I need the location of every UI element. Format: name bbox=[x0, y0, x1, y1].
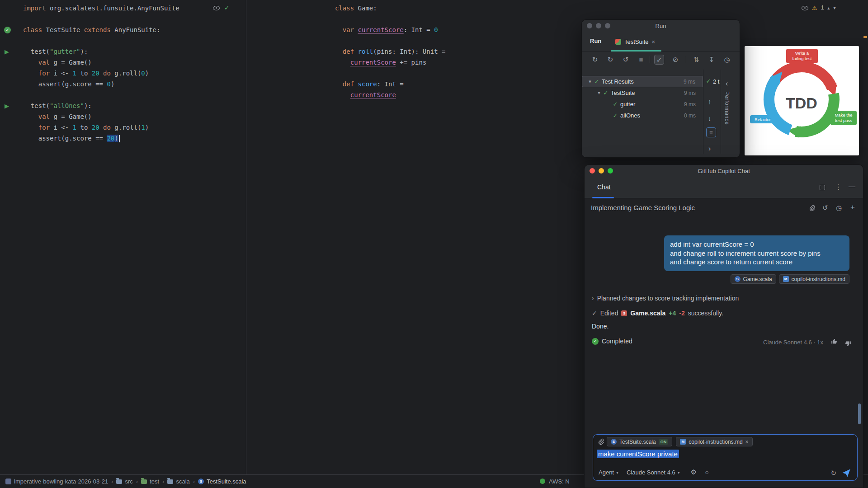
zoom-window-button[interactable] bbox=[605, 23, 610, 28]
prev-problem-icon[interactable]: ▴ bbox=[827, 5, 830, 10]
run-tab-bar: Run TestSuite × bbox=[582, 32, 740, 52]
zoom-window-button[interactable] bbox=[608, 168, 613, 174]
model-selector[interactable]: Claude Sonnet 4.6 bbox=[627, 469, 675, 476]
tab-performance[interactable]: Performance bbox=[724, 91, 730, 125]
next-test-icon[interactable]: ↓ bbox=[708, 114, 712, 122]
aws-status-text[interactable]: AWS: N bbox=[549, 478, 570, 485]
gutter-tests-passed-icon[interactable]: ✓ bbox=[4, 27, 11, 33]
tree-row-gutter[interactable]: ✓ gutter 9 ms bbox=[582, 99, 703, 110]
context-chip-label: copilot-instructions.md bbox=[689, 439, 742, 445]
code-testsuite[interactable]: import org.scalatest.funsuite.AnyFunSuit… bbox=[23, 3, 179, 144]
breadcrumb-file[interactable]: S TestSuite.scala bbox=[198, 478, 246, 485]
toolbar-separator bbox=[650, 56, 650, 63]
chat-input-text[interactable]: make currentScore private bbox=[597, 450, 679, 458]
stop-icon[interactable]: ■ bbox=[636, 55, 646, 65]
new-chat-icon[interactable]: + bbox=[850, 203, 855, 212]
aws-status-icon[interactable] bbox=[540, 479, 545, 484]
copilot-chat-window: GitHub Copilot Chat Chat ⋮ — Implementin… bbox=[584, 164, 863, 488]
planned-changes-row[interactable]: › Planned changes to score tracking impl… bbox=[592, 295, 739, 302]
thumbs-down-icon[interactable] bbox=[844, 339, 851, 347]
test-folder-icon bbox=[141, 479, 147, 484]
breadcrumb-test[interactable]: test bbox=[141, 478, 159, 485]
thumbs-up-icon[interactable] bbox=[831, 338, 838, 346]
expander-icon[interactable]: ▾ bbox=[596, 90, 602, 96]
reader-mode-eye-icon[interactable] bbox=[801, 4, 808, 11]
tdd-cycle-svg: TDD Write a failing test Make the test p… bbox=[745, 46, 859, 155]
breadcrumb-scala[interactable]: scala bbox=[167, 478, 189, 485]
minimize-window-button[interactable] bbox=[596, 23, 601, 28]
run-toolbar: ↻ ↻ ↺ ■ ✓ ⊘ ⇅ ↧ ◷ bbox=[582, 52, 740, 68]
chat-history-icon[interactable]: ◷ bbox=[836, 204, 842, 212]
attach-file-icon[interactable] bbox=[598, 438, 604, 446]
error-stripe-warning-mark[interactable] bbox=[863, 36, 867, 38]
retry-icon[interactable]: ↻ bbox=[830, 469, 836, 477]
chevron-down-icon[interactable]: ▾ bbox=[678, 470, 680, 475]
expander-icon[interactable]: ▾ bbox=[587, 79, 593, 84]
svg-text:Write a: Write a bbox=[795, 51, 809, 56]
scroll-to-end-icon[interactable]: ↧ bbox=[707, 55, 717, 65]
tree-row-testsuite[interactable]: ▾ ✓ TestSuite 9 ms bbox=[582, 87, 703, 99]
edited-label: Edited bbox=[600, 310, 618, 317]
open-in-editor-icon[interactable] bbox=[820, 185, 825, 190]
attachment-label: Game.scala bbox=[743, 276, 772, 282]
planned-changes-label: Planned changes to score tracking implem… bbox=[597, 295, 739, 302]
run-side-strip: ✓ 2 t ↑ ↓ ≡ › bbox=[703, 70, 720, 154]
inline-statistics-toggle[interactable]: ≡ bbox=[706, 127, 716, 137]
breadcrumb-src[interactable]: src bbox=[116, 478, 132, 485]
previous-test-icon[interactable]: ↑ bbox=[708, 98, 712, 105]
expand-chevron-icon[interactable]: › bbox=[592, 295, 594, 302]
next-problem-icon[interactable]: ▾ bbox=[833, 5, 835, 10]
show-ignored-icon[interactable]: ⊘ bbox=[670, 55, 680, 65]
tree-row-test-results[interactable]: ▾ ✓ Test Results 9 ms bbox=[582, 76, 703, 87]
close-window-button[interactable] bbox=[587, 23, 592, 28]
inspections-widget-left[interactable]: ✓ bbox=[212, 4, 230, 11]
rerun-failed-tests-icon[interactable]: ↻ bbox=[605, 55, 615, 65]
gutter-run-test-allones-icon[interactable]: ▶ bbox=[5, 103, 9, 109]
reader-mode-eye-icon[interactable] bbox=[212, 4, 220, 11]
close-window-button[interactable] bbox=[590, 168, 595, 174]
tools-icon[interactable]: ⚙ bbox=[691, 468, 697, 476]
kebab-menu-icon[interactable]: ⋮ bbox=[835, 183, 842, 191]
remove-chip-icon[interactable]: × bbox=[745, 439, 749, 445]
rerun-tests-icon[interactable]: ↻ bbox=[590, 55, 600, 65]
copilot-tab-bar: Chat ⋮ — bbox=[585, 177, 863, 198]
attachment-chip-game-scala[interactable]: S Game.scala bbox=[731, 274, 776, 284]
tab-testsuite[interactable]: TestSuite × bbox=[611, 32, 660, 52]
context-chip-testsuite[interactable]: S TestSuite.scala ON bbox=[607, 437, 672, 446]
tab-chat[interactable]: Chat bbox=[597, 183, 611, 191]
context-chip-instructions[interactable]: M copilot-instructions.md × bbox=[676, 437, 752, 446]
mode-selector[interactable]: Agent bbox=[599, 469, 614, 476]
breadcrumb-label: test bbox=[150, 478, 159, 485]
breadcrumb-label: scala bbox=[176, 478, 189, 485]
undo-icon[interactable]: ↺ bbox=[822, 204, 828, 212]
show-passed-toggle[interactable]: ✓ bbox=[654, 55, 664, 65]
passed-summary: 2 t bbox=[713, 78, 719, 85]
sort-tests-icon[interactable]: ⇅ bbox=[691, 55, 701, 65]
chevron-down-icon[interactable]: ▾ bbox=[616, 470, 618, 475]
attach-context-icon[interactable] bbox=[809, 205, 816, 213]
edited-file-name[interactable]: Game.scala bbox=[630, 310, 665, 317]
chat-input-box[interactable]: S TestSuite.scala ON M copilot-instructi… bbox=[593, 434, 858, 481]
gutter-run-test-gutter-icon[interactable]: ▶ bbox=[5, 49, 9, 55]
send-button[interactable] bbox=[842, 469, 851, 479]
assistant-done-text: Done. bbox=[592, 323, 609, 330]
breadcrumb-project[interactable]: imperative-bowling-kata-2026-03-21 bbox=[5, 478, 108, 485]
context-usage-icon[interactable]: ○ bbox=[705, 469, 708, 476]
inspections-widget-right[interactable]: ⚠ 1 ▴ ▾ bbox=[801, 4, 835, 11]
tree-row-label: gutter bbox=[620, 101, 635, 108]
collapse-side-icon[interactable]: ‹ bbox=[726, 80, 728, 88]
attachment-chip-instructions[interactable]: M copilot-instructions.md bbox=[779, 274, 849, 284]
test-history-icon[interactable]: ◷ bbox=[722, 55, 732, 65]
tdd-label-blue: Refactor bbox=[750, 115, 775, 123]
context-on-badge[interactable]: ON bbox=[659, 439, 669, 445]
tool-window-label-run[interactable]: Run bbox=[590, 38, 601, 44]
tree-row-allones[interactable]: ✓ allOnes 0 ms bbox=[582, 110, 703, 121]
expand-panel-icon[interactable]: › bbox=[708, 145, 711, 153]
toggle-auto-test-icon[interactable]: ↺ bbox=[621, 55, 631, 65]
close-tab-icon[interactable]: × bbox=[651, 38, 655, 45]
chat-scrollbar[interactable] bbox=[858, 404, 861, 424]
hide-panel-icon[interactable]: — bbox=[849, 182, 855, 190]
code-game[interactable]: class Game: var currentScore: Int = 0 de… bbox=[335, 3, 445, 100]
svg-text:Refactor: Refactor bbox=[755, 117, 771, 122]
minimize-window-button[interactable] bbox=[599, 168, 604, 174]
